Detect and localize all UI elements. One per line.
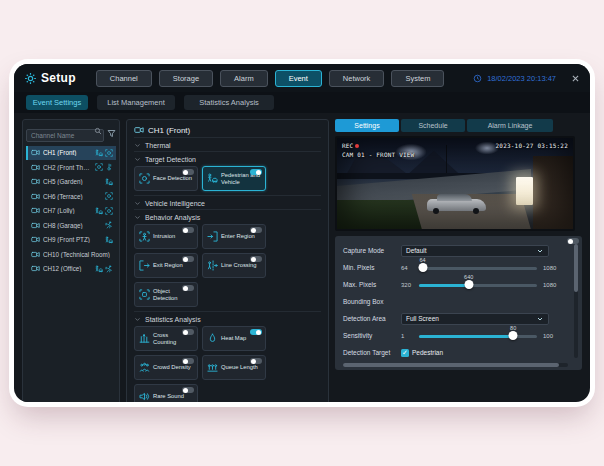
max-pixels-slider[interactable]: 640 xyxy=(419,279,537,291)
tile-toggle[interactable] xyxy=(250,329,262,335)
channel-label: CH1 (Front) xyxy=(43,149,92,156)
tile-queue-length[interactable]: Queue Length xyxy=(202,355,266,380)
motion-detection-icon xyxy=(105,265,113,273)
channel-item-ch9-front-ptz[interactable]: CH9 (Front PTZ) xyxy=(26,233,116,247)
tile-toggle[interactable] xyxy=(250,169,262,175)
section-header-behavior-analysis[interactable]: Behavior Analysis xyxy=(134,209,321,223)
tile-line-crossing[interactable]: Line Crossing xyxy=(202,253,266,278)
sensitivity-label: Sensitivity xyxy=(343,332,401,339)
channel-item-ch7-lolly[interactable]: CH7 (Lolly) xyxy=(26,204,116,218)
tile-toggle[interactable] xyxy=(250,227,262,233)
channel-item-ch10-technical-room[interactable]: CH10 (Technical Room) xyxy=(26,248,116,262)
enter-region-icon xyxy=(207,231,218,242)
section-header-vehicle-intelligence[interactable]: Vehicle Intelligence xyxy=(134,195,321,209)
detection-target-label: Detection Target xyxy=(343,349,401,356)
channel-label: CH9 (Front PTZ) xyxy=(43,236,102,243)
tile-label: Face Detection xyxy=(153,175,194,182)
nav-tab-channel[interactable]: Channel xyxy=(96,70,152,87)
tile-heat-map[interactable]: Heat Map xyxy=(202,326,266,351)
detection-area-label: Detection Area xyxy=(343,315,401,322)
rare-sound-icon xyxy=(139,391,150,402)
min-pixels-slider[interactable]: 64 xyxy=(419,262,537,274)
slider-thumb[interactable] xyxy=(418,263,427,272)
settings-tab-alarm-linkage[interactable]: Alarm Linkage xyxy=(467,119,553,132)
tile-toggle[interactable] xyxy=(182,169,194,175)
tile-object-detection[interactable]: Object Detection xyxy=(134,282,198,307)
channel-item-ch2-front-thermal[interactable]: CH2 (Front Thermal) xyxy=(26,161,116,175)
detection-area-select[interactable]: Full Screen xyxy=(401,313,549,325)
channel-search-input[interactable] xyxy=(26,129,104,142)
timestamp-overlay: 2023-10-27 03:15:22 xyxy=(496,142,568,149)
tile-toggle[interactable] xyxy=(182,227,194,233)
channel-item-ch5-garden[interactable]: CH5 (Garden) xyxy=(26,175,116,189)
tile-crowd-density[interactable]: Crowd Density xyxy=(134,355,198,380)
tile-toggle[interactable] xyxy=(182,285,194,291)
pedestrian-checkbox[interactable]: ✓ xyxy=(401,349,409,357)
tile-toggle[interactable] xyxy=(250,358,262,364)
slider-thumb[interactable] xyxy=(464,280,473,289)
max-pixels-range-min: 320 xyxy=(401,282,417,288)
pedestrian-vehicle-icon xyxy=(95,207,103,215)
tile-exit-region[interactable]: Exit Region xyxy=(134,253,198,278)
face-detection-icon xyxy=(95,163,103,171)
section-header-thermal[interactable]: Thermal xyxy=(134,137,321,151)
camera-icon xyxy=(31,221,40,230)
max-pixels-label: Max. Pixels xyxy=(343,281,401,288)
tile-toggle[interactable] xyxy=(182,329,194,335)
section-header-statistics-analysis[interactable]: Statistics Analysis xyxy=(134,311,321,325)
rec-dot-icon xyxy=(355,144,359,148)
tile-face-detection[interactable]: Face Detection xyxy=(134,166,198,191)
tile-toggle[interactable] xyxy=(182,387,194,393)
nav-tab-system[interactable]: System xyxy=(391,70,444,87)
tile-cross-counting[interactable]: Cross Counting xyxy=(134,326,198,351)
channel-badges xyxy=(105,221,113,229)
channel-badges xyxy=(105,236,113,244)
capture-mode-select[interactable]: Default xyxy=(401,245,549,257)
horizontal-scrollbar[interactable] xyxy=(343,363,568,367)
gear-icon xyxy=(24,72,37,85)
tile-toggle[interactable] xyxy=(182,256,194,262)
chevron-down-icon xyxy=(536,247,544,255)
nav-tab-storage[interactable]: Storage xyxy=(159,70,213,87)
channel-item-ch8-garage[interactable]: CH8 (Garage) xyxy=(26,219,116,233)
sub-tab-event-settings[interactable]: Event Settings xyxy=(26,95,88,110)
sub-tab-statistics-analysis[interactable]: Statistics Analysis xyxy=(184,95,274,110)
tile-toggle[interactable] xyxy=(182,358,194,364)
datetime: 18/02/2023 20:13:47 xyxy=(487,74,556,83)
event-settings-panel: CH1 (Front) ThermalTarget DetectionFace … xyxy=(126,119,329,402)
channel-item-ch6-terrace[interactable]: CH6 (Terrace) xyxy=(26,190,116,204)
slider-thumb[interactable] xyxy=(509,331,518,340)
slider-value-bubble: 640 xyxy=(464,274,473,280)
chevron-down-icon xyxy=(536,315,544,323)
sub-tab-list-management[interactable]: List Management xyxy=(97,95,175,110)
vertical-scrollbar[interactable] xyxy=(574,244,578,358)
camera-icon xyxy=(31,235,40,244)
bounding-box-toggle[interactable] xyxy=(567,238,579,244)
tile-intrusion[interactable]: Intrusion xyxy=(134,224,198,249)
nav-tab-event[interactable]: Event xyxy=(275,70,322,87)
tile-pedestrian-and-vehicle[interactable]: Pedestrian and Vehicle xyxy=(202,166,266,191)
capture-mode-label: Capture Mode xyxy=(343,247,401,254)
channel-item-ch12-office[interactable]: CH12 (Office) xyxy=(26,262,116,276)
tile-toggle[interactable] xyxy=(250,256,262,262)
nav-tab-network[interactable]: Network xyxy=(329,70,385,87)
channel-item-ch1-front[interactable]: CH1 (Front) xyxy=(26,146,116,160)
filter-icon[interactable] xyxy=(107,129,116,138)
channel-label: CH8 (Garage) xyxy=(43,222,102,229)
min-pixels-range-min: 64 xyxy=(401,265,417,271)
close-icon[interactable] xyxy=(571,74,580,83)
nav-tab-alarm[interactable]: Alarm xyxy=(220,70,268,87)
sub-tab-bar: Event SettingsList ManagementStatistics … xyxy=(14,92,590,113)
tile-enter-region[interactable]: Enter Region xyxy=(202,224,266,249)
tile-label: Heat Map xyxy=(221,335,248,342)
tile-rare-sound[interactable]: Rare Sound xyxy=(134,384,198,402)
settings-tab-schedule[interactable]: Schedule xyxy=(401,119,465,132)
chevron-down-icon xyxy=(134,200,141,207)
sensitivity-slider[interactable]: 80 xyxy=(419,330,537,342)
section-header-target-detection[interactable]: Target Detection xyxy=(134,151,321,165)
channel-label: CH5 (Garden) xyxy=(43,178,102,185)
app-title: Setup xyxy=(41,71,76,85)
motion-detection-icon xyxy=(105,221,113,229)
settings-tab-settings[interactable]: Settings xyxy=(335,119,399,132)
camera-icon xyxy=(31,250,40,259)
